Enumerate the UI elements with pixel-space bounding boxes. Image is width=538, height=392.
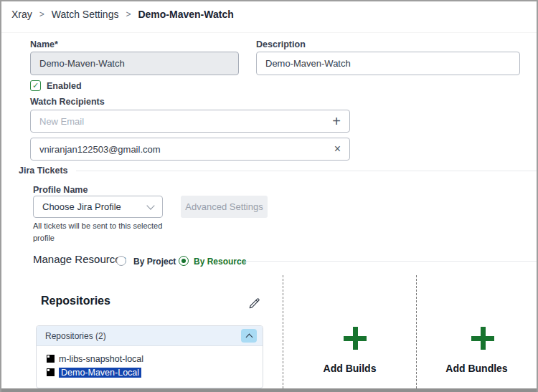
- manage-resources-label: Manage Resources: [33, 253, 126, 265]
- repo-item-label: Demo-Maven-Local: [59, 368, 141, 378]
- jira-section-divider: [76, 171, 537, 171]
- collapse-button[interactable]: [241, 329, 257, 343]
- repo-list-item[interactable]: m-libs-snapshot-local: [47, 352, 263, 365]
- manage-resources-divider: [244, 261, 537, 262]
- by-project-radio[interactable]: [116, 256, 126, 266]
- jira-profile-selected-value: Choose Jira Profile: [42, 201, 148, 212]
- new-email-row: +: [30, 110, 350, 133]
- repo-list-item-selected[interactable]: Demo-Maven-Local: [47, 365, 263, 379]
- name-input[interactable]: [30, 52, 239, 75]
- add-builds-zone[interactable]: Add Builds: [283, 275, 416, 390]
- new-email-input[interactable]: [39, 116, 332, 127]
- package-icon: [47, 355, 55, 363]
- breadcrumb-xray[interactable]: Xray: [11, 9, 32, 20]
- breadcrumb: Xray > Watch Settings > Demo-Maven-Watch: [11, 9, 234, 20]
- add-email-plus-icon[interactable]: +: [332, 114, 341, 128]
- by-project-radio-label[interactable]: By Project: [133, 257, 176, 267]
- enabled-label: Enabled: [47, 81, 82, 91]
- repositories-heading: Repositories: [41, 295, 110, 307]
- jira-helper-text: All tickets will be sent to this selecte…: [33, 220, 173, 244]
- add-bundles-zone[interactable]: Add Bundles: [417, 275, 537, 390]
- breadcrumb-watch-settings[interactable]: Watch Settings: [52, 9, 119, 20]
- watch-recipients-label: Watch Recipients: [30, 97, 105, 107]
- add-bundles-plus-icon[interactable]: [471, 327, 494, 350]
- radio-dot: [181, 259, 186, 263]
- edit-icon[interactable]: [248, 297, 261, 312]
- breadcrumb-divider: [1, 32, 538, 33]
- by-resource-radio-label[interactable]: By Resource: [194, 257, 246, 267]
- remove-email-close-icon[interactable]: ×: [334, 143, 341, 155]
- profile-name-label: Profile Name: [33, 185, 88, 195]
- breadcrumb-current-watch: Demo-Maven-Watch: [138, 9, 233, 20]
- chevron-up-icon: [245, 333, 253, 340]
- breadcrumb-separator-icon: >: [39, 9, 44, 19]
- by-resource-radio[interactable]: [179, 256, 189, 266]
- name-label: Name*: [30, 39, 58, 49]
- breadcrumb-separator-icon: >: [126, 9, 131, 19]
- jira-tickets-section-label: Jira Tickets: [19, 166, 68, 176]
- chevron-down-icon: [146, 201, 154, 209]
- recipient-row: vniranjan122503@gmail.com ×: [30, 138, 350, 161]
- jira-profile-select[interactable]: Choose Jira Profile: [33, 196, 163, 218]
- package-icon: [47, 368, 55, 376]
- add-bundles-label: Add Bundles: [417, 363, 537, 374]
- bottom-scrollbar[interactable]: [1, 388, 537, 392]
- description-input[interactable]: [256, 52, 520, 75]
- description-label: Description: [256, 39, 306, 49]
- repositories-list: m-libs-snapshot-local Demo-Maven-Local: [37, 346, 263, 379]
- recipient-email: vniranjan122503@gmail.com: [39, 144, 334, 155]
- repositories-panel: Repositories (2) m-libs-snapshot-local D…: [36, 325, 263, 388]
- watch-settings-page: Xray > Watch Settings > Demo-Maven-Watch…: [0, 0, 538, 392]
- enabled-checkbox[interactable]: ✓: [30, 80, 41, 91]
- repositories-group-title: Repositories (2): [45, 331, 106, 341]
- repositories-group-header[interactable]: Repositories (2): [37, 326, 263, 346]
- add-builds-label: Add Builds: [283, 363, 416, 374]
- advanced-settings-button[interactable]: Advanced Settings: [181, 196, 268, 218]
- repo-item-label: m-libs-snapshot-local: [59, 354, 143, 364]
- add-builds-plus-icon[interactable]: [344, 327, 367, 350]
